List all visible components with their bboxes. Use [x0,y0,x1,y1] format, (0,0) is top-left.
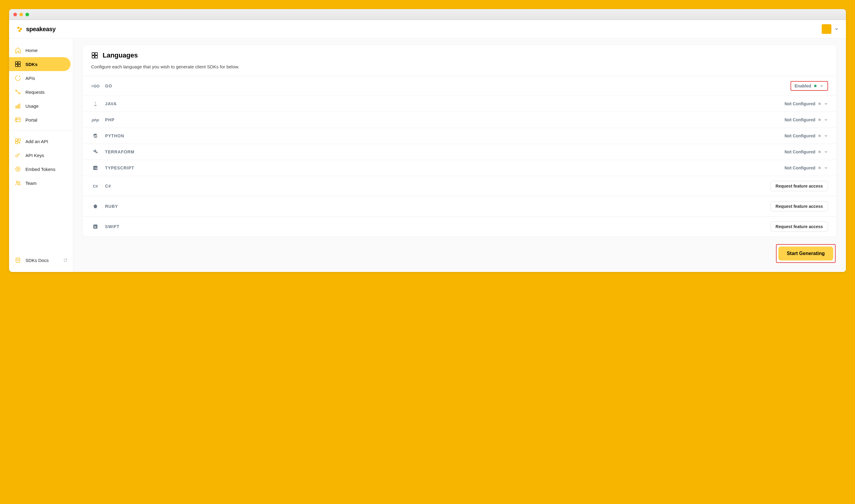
status-text: Not Configured [784,101,815,106]
sidebar-item-home[interactable]: Home [9,43,73,57]
language-name: PYTHON [105,133,124,138]
language-status[interactable]: Not Configured [784,165,828,170]
language-row-php[interactable]: phpPHPNot Configured [83,112,837,128]
language-status[interactable]: Enabled [790,81,828,91]
chevron-down-icon [824,118,828,122]
sidebar-item-label: Portal [25,118,37,123]
sidebar-item-embed-tokens[interactable]: Embed Tokens [9,162,73,176]
status-text: Not Configured [784,118,815,122]
language-name: JAVA [105,101,117,106]
language-name: TYPESCRIPT [105,165,134,170]
window-controls [13,13,29,16]
sidebar-item-requests[interactable]: Requests [9,85,73,99]
svg-rect-30 [95,56,98,58]
brand-name: speakeasy [26,26,56,33]
svg-rect-27 [92,53,94,55]
svg-point-23 [18,182,20,183]
language-name: C# [105,184,111,188]
brand[interactable]: speakeasy [16,26,56,33]
languages-icon [91,52,99,59]
sidebar-secondary: Add an API API Keys Embed Tokens Team [9,132,73,193]
sidebar-spacer [9,193,73,251]
start-generating-highlight: Start Generating [776,244,836,263]
status-dot [818,151,821,153]
language-row-go[interactable]: =GOGOEnabled [83,76,837,95]
key-icon [15,152,21,159]
card-title: Languages [103,51,138,59]
sidebar-item-label: SDKs Docs [25,258,49,263]
language-row-csharp[interactable]: C#C#Request feature access [83,176,837,196]
sidebar-item-apis[interactable]: APIs [9,71,73,85]
sidebar-item-label: Embed Tokens [25,167,55,172]
svg-rect-0 [18,27,19,29]
minimize-window-button[interactable] [19,13,23,16]
sidebar-item-sdks[interactable]: SDKs [9,57,71,71]
sidebar-item-label: SDKs [25,62,37,67]
sidebar-item-sdks-docs[interactable]: SDKs Docs [9,253,73,267]
close-window-button[interactable] [13,13,17,16]
main-content: Languages Configure each language that y… [73,38,846,272]
swift-icon [91,223,100,230]
cycle-icon [15,75,21,82]
start-generating-button[interactable]: Start Generating [779,247,833,260]
language-row-typescript[interactable]: TSTYPESCRIPTNot Configured [83,160,837,176]
language-status[interactable]: Not Configured [784,101,828,106]
maximize-window-button[interactable] [25,13,29,16]
portal-icon [15,116,21,123]
request-access-button[interactable]: Request feature access [770,201,828,212]
status-dot [818,167,821,169]
request-access-button[interactable]: Request feature access [770,181,828,191]
svg-rect-3 [15,62,18,64]
svg-point-7 [19,76,20,77]
chevron-down-icon [834,27,839,31]
card-header: Languages [83,45,837,61]
svg-rect-29 [92,56,94,58]
csharp-icon: C# [91,183,100,189]
sidebar-primary: Home SDKs APIs Requests Usage [9,41,73,129]
chevron-down-icon [820,84,824,88]
sidebar-item-api-keys[interactable]: API Keys [9,148,73,162]
footer-actions: Start Generating [82,237,837,266]
card-subtitle: Configure each language that you wish to… [83,61,837,76]
svg-rect-24 [16,258,20,263]
svg-point-21 [17,168,19,170]
languages-card: Languages Configure each language that y… [82,44,837,237]
status-text: Not Configured [784,133,815,138]
language-status[interactable]: Not Configured [784,118,828,122]
request-access-button[interactable]: Request feature access [770,221,828,232]
sidebar-item-team[interactable]: Team [9,176,73,190]
svg-point-8 [15,90,17,91]
avatar [822,24,832,34]
docs-icon [15,257,21,264]
language-row-java[interactable]: JAVANot Configured [83,95,837,112]
sidebar-item-label: Requests [25,90,45,95]
php-icon: php [91,117,100,123]
svg-rect-10 [16,106,17,108]
chart-icon [15,103,21,109]
chevron-down-icon [824,102,828,106]
status-dot [818,119,821,121]
status-dot [818,134,821,137]
language-status[interactable]: Not Configured [784,133,828,138]
chevron-down-icon [824,166,828,170]
sidebar-item-portal[interactable]: Portal [9,113,73,127]
sidebar-item-label: Home [25,48,37,53]
token-icon [15,166,21,173]
account-menu[interactable] [822,24,839,34]
svg-point-22 [16,181,18,183]
go-icon: =GO [91,83,100,89]
java-icon [91,101,100,107]
sidebar-item-usage[interactable]: Usage [9,99,73,113]
language-status[interactable]: Not Configured [784,149,828,154]
chevron-down-icon [824,150,828,154]
team-icon [15,180,21,186]
ruby-icon [91,203,100,209]
language-row-ruby[interactable]: RUBYRequest feature access [83,196,837,216]
language-name: RUBY [105,204,118,209]
logo-icon [16,26,23,32]
language-row-terraform[interactable]: TERRAFORMNot Configured [83,144,837,160]
sidebar-item-add-api[interactable]: Add an API [9,134,73,148]
language-row-python[interactable]: PYTHONNot Configured [83,128,837,144]
status-dot [814,85,817,87]
language-row-swift[interactable]: SWIFTRequest feature access [83,216,837,237]
